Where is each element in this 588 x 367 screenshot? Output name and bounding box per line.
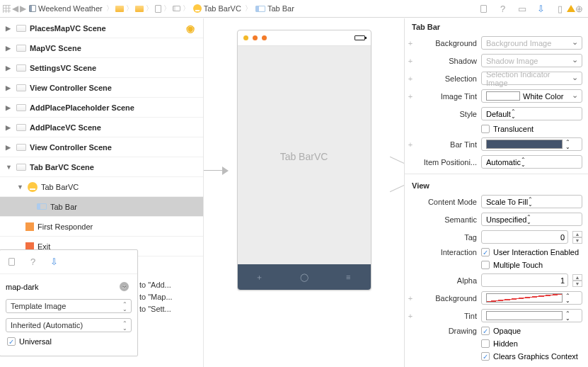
storyboard-canvas[interactable]: Tab BarVC ＋ ◯ ≡ [204,18,404,367]
asset-name-field[interactable]: × [6,280,132,294]
scene-icon [16,64,26,72]
crumb-tabbar[interactable]: Tab Bar [254,4,296,13]
scale-select[interactable]: Inherited (Automatic) [6,318,132,332]
checkbox-icon[interactable] [481,248,490,256]
hidden-check[interactable]: Hidden [481,339,582,348]
color-swatch-icon [486,293,563,303]
simulated-device[interactable]: Tab BarVC ＋ ◯ ≡ [237,30,371,290]
label: Selection [417,74,477,83]
nav-fwd-icon[interactable]: ▶ [20,4,26,13]
render-as-select[interactable]: Template Image [6,299,132,313]
checkbox-icon[interactable] [481,339,490,348]
scene-row[interactable]: ▶MapVC Scene [0,38,203,58]
scene-row[interactable]: ▶View Controller Scene [0,78,203,98]
tabbar-icon [37,203,47,210]
attributes-inspector-icon[interactable]: ⇩ [50,257,59,266]
outline-item-tabvc[interactable]: ▼Tab BarVC [0,177,203,197]
doc-icon[interactable] [155,5,161,13]
tabitem-globe[interactable]: ◯ [282,264,326,290]
folder-icon[interactable] [115,6,124,12]
folder-icon[interactable] [135,6,144,12]
translucent-check[interactable]: Translucent [481,125,582,133]
plus-icon[interactable]: + [408,92,413,101]
checkbox-icon[interactable] [481,125,490,133]
connections-inspector-icon[interactable]: ⊕ [575,4,584,13]
multitouch-check[interactable]: Multiple Touch [481,261,582,269]
scene-icon [16,164,26,171]
background-image-select[interactable]: Background Image [481,36,582,50]
semantic-select[interactable]: Unspecified [481,213,582,226]
plus-icon[interactable]: + [408,140,413,149]
label: Interaction [417,248,477,256]
related-items-icon[interactable] [3,5,11,13]
alpha-stepper[interactable]: ▲▼ [572,274,582,287]
file-inspector-icon[interactable] [479,4,488,13]
attributes-inspector: Tab Bar +BackgroundBackground Image +Sha… [404,18,588,367]
label: Background [417,39,477,47]
plus-icon[interactable]: + [408,39,413,47]
label: Alpha [417,276,477,285]
nav-back-icon[interactable]: ◀ [12,4,18,13]
checkbox-icon[interactable] [481,261,490,269]
uie-check[interactable]: User Interaction Enabled [481,248,582,256]
view-tint-select[interactable] [481,309,582,322]
plus-icon[interactable]: + [408,74,413,83]
scene-row[interactable]: ▶AddPlacePlaceholder Scene [0,98,203,118]
scene-row[interactable]: ▶SettingsVC Scene [0,58,203,78]
item-positioning-select[interactable]: Automatic [481,155,582,169]
selection-image-select[interactable]: Selection Indicator Image [481,72,582,85]
tag-stepper[interactable]: ▲▼ [572,231,582,244]
outline-item-first-responder[interactable]: First Responder [0,217,203,237]
checkbox-icon[interactable] [7,337,16,346]
tabvc-icon [193,4,202,13]
opaque-check[interactable]: Opaque [481,327,582,335]
scene-icon [16,45,26,52]
view-background-select[interactable] [481,291,582,305]
plus-icon[interactable]: + [408,57,413,65]
crumb-project[interactable]: Weekend Weather [28,4,104,13]
inspector-tabs: ? ▭ ⇩ ▯ ⊕ [479,2,584,15]
scene-row[interactable]: ▶PlacesMapVC Scene◉ [0,18,203,38]
image-tint-select[interactable]: White Color [481,89,582,103]
status-dot-icon: ◉ [186,23,195,34]
tabbar-icon [255,6,265,12]
storyboard-file-icon[interactable] [173,6,180,11]
outline-item-tabbar[interactable]: Tab Bar [0,197,203,217]
tabitem-add[interactable]: ＋ [238,264,282,290]
label: Bar Tint [417,140,477,149]
color-swatch-icon [486,140,563,149]
content-mode-select[interactable]: Scale To Fill [481,195,582,208]
checkbox-icon[interactable] [481,327,490,335]
selection-fan-icon [388,160,404,188]
label: Background [417,294,477,303]
size-inspector-icon[interactable]: ▯ [555,4,565,13]
clears-graphics-check[interactable]: Clears Graphics Context [481,352,582,361]
label: Tint [417,312,477,320]
checkbox-icon[interactable] [481,352,490,361]
alpha-field[interactable]: 1 [481,273,568,287]
scene-row[interactable]: ▼Tab BarVC Scene [0,157,203,177]
identity-inspector-icon[interactable]: ▭ [517,4,526,13]
shadow-image-select[interactable]: Shadow Image [481,54,582,67]
file-inspector-icon[interactable] [7,257,16,266]
asset-name-input[interactable] [6,283,132,291]
battery-icon [354,35,365,40]
clear-icon[interactable]: × [120,282,129,291]
label: Content Mode [417,198,477,206]
help-inspector-icon[interactable]: ? [498,4,507,13]
tag-field[interactable]: 0 [481,230,568,244]
help-inspector-icon[interactable]: ? [28,257,38,266]
tabitem-menu[interactable]: ≡ [326,264,371,290]
bar-tint-select[interactable] [481,137,582,151]
scene-row[interactable]: ▶View Controller Scene [0,137,203,157]
dot-icon [253,35,258,40]
universal-check-row[interactable]: Universal [6,337,132,346]
attributes-inspector-icon[interactable]: ⇩ [536,4,546,13]
style-select[interactable]: Default [481,107,582,120]
crumb-tabvc[interactable]: Tab BarVC [192,4,243,13]
plus-icon[interactable]: + [408,294,413,303]
scene-row[interactable]: ▶AddPlaceVC Scene [0,118,203,137]
canvas-tab-bar[interactable]: ＋ ◯ ≡ [238,264,371,290]
section-tab-bar: Tab Bar [405,18,588,34]
plus-icon[interactable]: + [408,312,413,320]
